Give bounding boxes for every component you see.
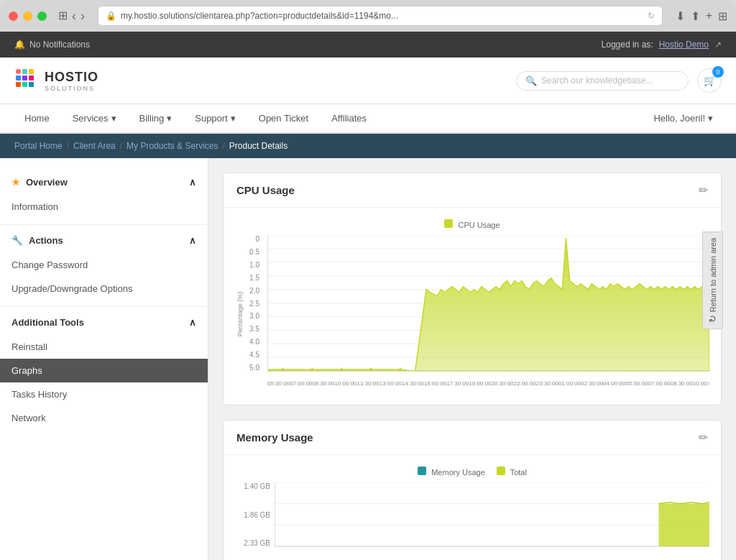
sidebar-actions-label: Actions: [29, 235, 63, 246]
cpu-x-labels: 05:30:00 07:00:00 08:30:00 10:00:00 11:3…: [267, 373, 709, 393]
download-icon[interactable]: ⬇: [676, 9, 685, 23]
memory-chart-body: Memory Usage Total 2.33 GB 1.86 GB 1.40 …: [224, 455, 721, 560]
logged-in-label: Logged in as:: [602, 40, 653, 50]
svg-rect-30: [659, 504, 709, 546]
nav-item-support[interactable]: Support ▾: [185, 104, 246, 132]
forward-icon[interactable]: ›: [80, 9, 85, 24]
maximize-button[interactable]: [37, 12, 47, 21]
nav-item-home[interactable]: Home: [14, 104, 60, 132]
wrench-icon: 🔧: [12, 235, 23, 246]
grid-icon[interactable]: ⊞: [718, 9, 727, 23]
svg-rect-3: [16, 75, 21, 81]
traffic-lights: [9, 12, 47, 21]
search-placeholder: Search our knowledgebase...: [541, 75, 653, 86]
cpu-chart-card: CPU Usage ✏ CPU Usage 5.0: [223, 173, 722, 405]
sidebar-overview-label: Overview: [26, 177, 68, 188]
titlebar-actions: ⬇ ⬆ + ⊞: [676, 9, 727, 23]
return-admin-tab[interactable]: ↻ Return to admin area: [702, 231, 723, 329]
memory-total-dot: [497, 467, 505, 475]
cart-button[interactable]: 🛒 0: [697, 68, 722, 93]
support-dropdown-icon: ▾: [231, 113, 236, 124]
nav-item-billing[interactable]: Billing ▾: [129, 104, 183, 132]
greeting-dropdown-icon[interactable]: ▾: [708, 113, 713, 124]
sidebar-additional-tools-label: Additional Tools: [12, 317, 84, 328]
share-icon[interactable]: ⬆: [691, 9, 700, 23]
sidebar: ★ Overview ∧ Information 🔧 Actions: [0, 158, 208, 560]
breadcrumb-client-area[interactable]: Client Area: [73, 141, 116, 151]
greeting-text: Hello, Joeril!: [653, 113, 705, 124]
refresh-icon[interactable]: ↻: [648, 11, 655, 21]
svg-rect-4: [22, 75, 27, 81]
header: HOSTIO SOLUTIONS 🔍 Search our knowledgeb…: [0, 58, 736, 104]
sidebar-item-reinstall[interactable]: Reinstall: [0, 335, 208, 359]
svg-marker-20: [268, 238, 709, 371]
nav-item-open-ticket[interactable]: Open Ticket: [249, 104, 318, 132]
sidebar-actions-header[interactable]: 🔧 Actions ∧: [0, 228, 208, 253]
sidebar-divider-2: [0, 306, 208, 307]
memory-chart-svg: [275, 482, 709, 546]
sidebar-toggle-icon[interactable]: ⊞: [58, 9, 68, 24]
breadcrumb-sep-3: /: [222, 141, 224, 151]
return-admin-label: Return to admin area: [709, 237, 717, 311]
nav: Home Services ▾ Billing ▾ Support ▾ Open…: [0, 104, 736, 134]
svg-rect-0: [16, 69, 21, 74]
memory-legend: Memory Usage Total: [235, 467, 709, 477]
nav-item-affiliates[interactable]: Affiliates: [321, 104, 377, 132]
star-icon: ★: [12, 177, 20, 188]
svg-rect-1: [22, 69, 27, 74]
memory-total-label: Total: [510, 468, 527, 477]
sidebar-item-network[interactable]: Network: [0, 406, 208, 430]
collapse-actions-icon: ∧: [189, 235, 196, 246]
logo: HOSTIO SOLUTIONS: [14, 68, 98, 93]
cpu-legend-item: CPU Usage: [444, 219, 500, 229]
upgrade-downgrade-label: Upgrade/Downgrade Options: [12, 283, 132, 294]
sidebar-additional-tools-header[interactable]: Additional Tools ∧: [0, 310, 208, 335]
sidebar-item-graphs[interactable]: Graphs: [0, 359, 208, 382]
search-box[interactable]: 🔍 Search our knowledgebase...: [516, 71, 689, 91]
url-bar[interactable]: 🔒 my.hostio.solutions/clientarea.php?act…: [98, 6, 663, 26]
mem-y-mid: 1.86 GB: [235, 511, 270, 519]
sidebar-item-information[interactable]: Information: [0, 195, 208, 219]
main-content: ★ Overview ∧ Information 🔧 Actions: [0, 158, 736, 560]
memory-chart-title: Memory Usage: [236, 431, 313, 444]
breadcrumb-products[interactable]: My Products & Services: [126, 141, 218, 151]
mem-y-high: 2.33 GB: [235, 539, 270, 547]
graphs-label: Graphs: [12, 365, 42, 376]
minimize-button[interactable]: [23, 12, 32, 21]
sidebar-item-change-password[interactable]: Change Password: [0, 253, 208, 277]
titlebar: ⊞ ‹ › 🔒 my.hostio.solutions/clientarea.p…: [0, 0, 736, 32]
services-dropdown-icon: ▾: [111, 113, 116, 124]
memory-usage-legend-item: Memory Usage: [418, 467, 485, 477]
memory-chart-header: Memory Usage ✏: [224, 421, 721, 455]
nav-item-services[interactable]: Services ▾: [63, 104, 126, 132]
svg-point-21: [281, 368, 284, 371]
change-password-label: Change Password: [12, 260, 88, 270]
logo-graphic: [14, 68, 40, 93]
cpu-chart-title: CPU Usage: [236, 184, 295, 196]
nav-controls: ⊞ ‹ ›: [58, 9, 85, 24]
memory-chart-edit-icon[interactable]: ✏: [699, 431, 708, 444]
user-area: Logged in as: Hostio Demo ↗: [602, 40, 722, 50]
add-tab-icon[interactable]: +: [706, 9, 712, 23]
sidebar-item-tasks-history[interactable]: Tasks History: [0, 382, 208, 406]
breadcrumb-sep-2: /: [120, 141, 122, 151]
svg-rect-8: [29, 82, 34, 87]
sidebar-overview-header[interactable]: ★ Overview ∧: [0, 170, 208, 195]
sidebar-item-upgrade-downgrade[interactable]: Upgrade/Downgrade Options: [0, 277, 208, 300]
header-right: 🔍 Search our knowledgebase... 🛒 0: [516, 68, 722, 93]
user-name[interactable]: Hostio Demo: [659, 40, 709, 50]
svg-rect-7: [22, 82, 27, 87]
back-icon[interactable]: ‹: [72, 9, 76, 24]
memory-total-legend-item: Total: [497, 467, 527, 477]
sidebar-section-additional-tools: Additional Tools ∧ Reinstall Graphs Task…: [0, 310, 208, 430]
memory-usage-dot: [418, 467, 426, 475]
close-button[interactable]: [9, 12, 18, 21]
cpu-chart-edit-icon[interactable]: ✏: [699, 183, 708, 197]
cpu-chart-header: CPU Usage ✏: [224, 173, 721, 208]
network-label: Network: [12, 413, 46, 423]
breadcrumb-portal-home[interactable]: Portal Home: [14, 141, 63, 151]
mem-y-low: 1.40 GB: [235, 482, 270, 490]
memory-chart-area: [275, 482, 709, 547]
memory-chart-container: 2.33 GB 1.86 GB 1.40 GB: [235, 482, 709, 560]
collapse-tools-icon: ∧: [189, 317, 196, 328]
